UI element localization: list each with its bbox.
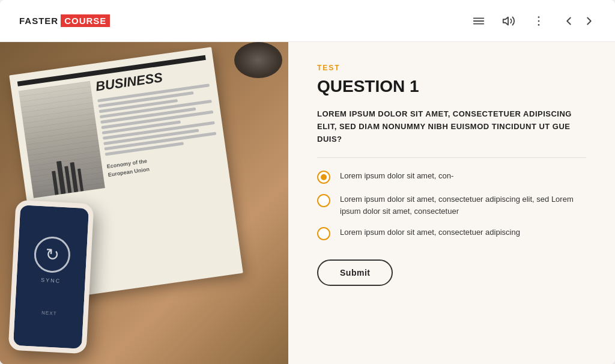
- header: FASTER COURSE: [0, 0, 615, 42]
- option-text-3: Lorem ipsum dolor sit amet, consectetuer…: [340, 226, 520, 238]
- nav-arrows: [562, 14, 596, 28]
- option-item-2[interactable]: Lorem ipsum dolor sit amet, consectetuer…: [317, 193, 586, 217]
- option-text-2: Lorem ipsum dolor sit amet, consectetuer…: [340, 193, 586, 217]
- svg-marker-3: [503, 17, 508, 25]
- option-item-3[interactable]: Lorem ipsum dolor sit amet, consectetuer…: [317, 226, 586, 240]
- newspaper-columns: BUSINESS Economy of t: [95, 65, 223, 199]
- newspaper-inner: BUSINESS Economy of t: [19, 65, 223, 210]
- logo-course: COURSE: [61, 14, 110, 27]
- radio-button-1[interactable]: [317, 171, 330, 184]
- submit-button[interactable]: Submit: [317, 259, 393, 286]
- header-controls: [472, 14, 596, 28]
- svg-point-4: [538, 16, 540, 18]
- prev-button[interactable]: [562, 14, 575, 28]
- left-panel: BUSINESS Economy of t: [0, 42, 288, 364]
- phone-next-label: NEXT: [41, 306, 57, 317]
- option-text-1: Lorem ipsum dolor sit amet, con-: [340, 170, 453, 182]
- next-button[interactable]: [583, 14, 596, 28]
- newspaper-photo: [19, 81, 105, 198]
- volume-icon[interactable]: [502, 14, 515, 28]
- radio-button-2[interactable]: [317, 194, 330, 207]
- question-text: LOREM IPSUM DOLOR SIT AMET, CONSECTETUER…: [317, 108, 586, 145]
- more-options-icon[interactable]: [532, 14, 545, 28]
- logo-faster: FASTER: [19, 16, 58, 26]
- silhouette: [77, 168, 83, 191]
- sync-icon: [33, 236, 71, 274]
- question-title: QUESTION 1: [317, 77, 586, 96]
- phone-screen: Sync NEXT: [13, 205, 89, 349]
- phone-sync-label: Sync: [41, 277, 61, 284]
- app-window: FASTER COURSE: [0, 0, 615, 364]
- logo: FASTER COURSE: [19, 14, 110, 27]
- dark-object-decoration: [234, 42, 282, 78]
- test-label: TEST: [317, 64, 586, 72]
- main-content: BUSINESS Economy of t: [0, 42, 615, 364]
- menu-icon[interactable]: [472, 14, 485, 28]
- silhouette: [70, 162, 78, 192]
- svg-point-5: [538, 20, 540, 22]
- radio-button-3[interactable]: [317, 227, 330, 240]
- divider: [317, 157, 586, 158]
- silhouette-group: [50, 159, 83, 195]
- silhouette: [52, 171, 59, 195]
- option-item-1[interactable]: Lorem ipsum dolor sit amet, con-: [317, 170, 586, 184]
- svg-point-6: [538, 24, 540, 26]
- options-list: Lorem ipsum dolor sit amet, con- Lorem i…: [317, 170, 586, 240]
- right-panel: TEST QUESTION 1 LOREM IPSUM DOLOR SIT AM…: [288, 42, 615, 364]
- newspaper-scene: BUSINESS Economy of t: [0, 42, 288, 364]
- phone-prop: Sync NEXT: [8, 200, 94, 354]
